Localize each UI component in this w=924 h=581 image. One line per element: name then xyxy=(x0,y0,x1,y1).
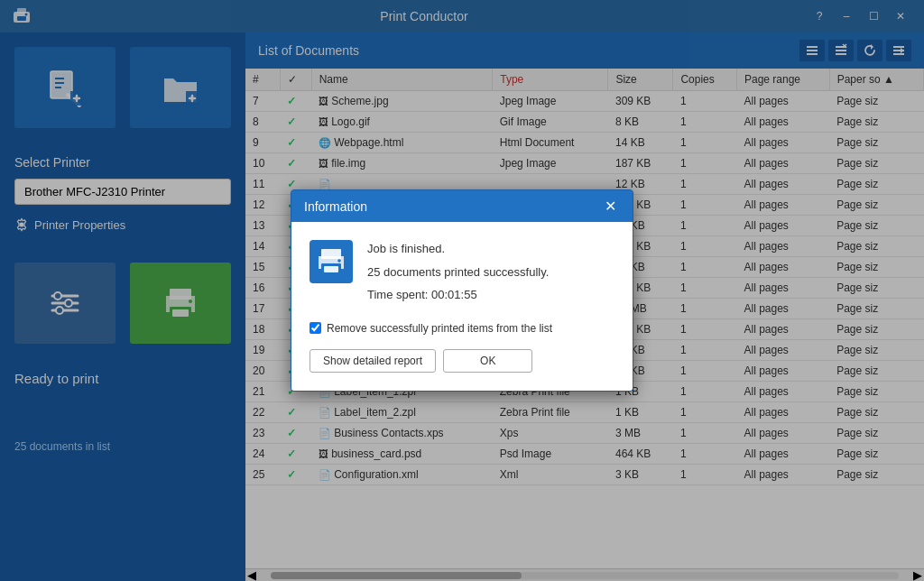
modal-body: Job is finished. 25 documents printed su… xyxy=(291,222,633,391)
remove-items-label: Remove successfully printed items from t… xyxy=(327,322,552,335)
modal-title: Information xyxy=(304,199,367,214)
modal-titlebar: Information ✕ xyxy=(291,190,633,222)
remove-items-row: Remove successfully printed items from t… xyxy=(310,322,614,335)
remove-items-checkbox[interactable] xyxy=(310,322,321,334)
modal-text: Job is finished. 25 documents printed su… xyxy=(367,240,614,309)
information-dialog: Information ✕ Job is finished. 25 docume… xyxy=(291,189,633,392)
modal-message2: 25 documents printed successfully. xyxy=(367,263,614,281)
modal-overlay: Information ✕ Job is finished. 25 docume… xyxy=(0,0,924,581)
ok-button[interactable]: OK xyxy=(443,349,532,373)
modal-buttons: Show detailed report OK xyxy=(310,349,614,373)
svg-point-44 xyxy=(337,259,341,263)
show-report-button[interactable]: Show detailed report xyxy=(310,349,436,373)
modal-message3: Time spent: 00:01:55 xyxy=(367,286,614,304)
modal-content-row: Job is finished. 25 documents printed su… xyxy=(310,240,614,309)
modal-close-button[interactable]: ✕ xyxy=(601,198,620,215)
printer-icon xyxy=(310,240,353,283)
modal-message1: Job is finished. xyxy=(367,240,614,258)
svg-rect-43 xyxy=(324,266,338,272)
